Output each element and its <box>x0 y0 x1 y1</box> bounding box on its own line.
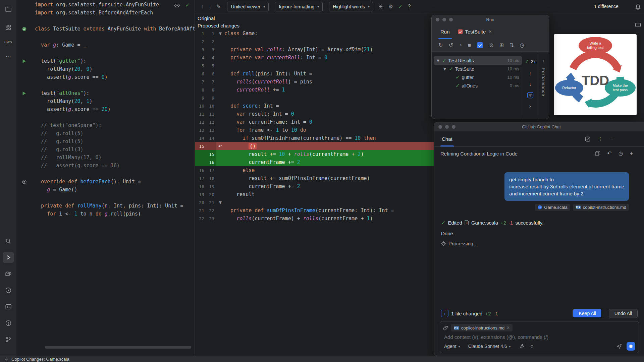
editor-line: // g.roll(3) <box>16 145 195 154</box>
run-class-icon[interactable] <box>22 27 26 31</box>
rerun-icon[interactable]: ↻ <box>438 43 443 48</box>
ai-assistant-icon[interactable] <box>635 22 641 28</box>
horizontal-scrollbar[interactable] <box>45 346 191 349</box>
arrow-up-icon[interactable]: ↑ <box>529 71 532 76</box>
services-icon[interactable] <box>3 285 14 296</box>
editor-line: test("gutter"): <box>16 57 195 65</box>
stop-icon[interactable]: ■ <box>468 43 471 48</box>
aws-label[interactable]: aws <box>4 40 12 44</box>
window-controls[interactable] <box>438 125 455 129</box>
run-test-icon[interactable] <box>22 91 26 96</box>
help-icon[interactable]: ? <box>408 4 411 9</box>
svg-text:TDD: TDD <box>582 73 609 88</box>
new-chat-icon[interactable]: + <box>630 151 633 156</box>
next-difference-icon[interactable]: ↓ <box>209 4 211 9</box>
revert-change-icon[interactable]: ↶ <box>218 144 223 149</box>
chat-input-box[interactable]: copilot-instructions.md × Agent ▾ Claude… <box>440 321 639 353</box>
structure-icon[interactable] <box>3 21 14 33</box>
rerun-failed-icon[interactable]: ↺ <box>448 43 453 48</box>
test-tree-row[interactable]: ✓allOnes0 ms <box>434 81 522 90</box>
model-selector[interactable]: Claude Sonnet 4.6 ▾ <box>468 344 511 349</box>
apply-changes-icon[interactable]: ✓ <box>398 4 402 9</box>
folder-icon[interactable] <box>3 3 14 15</box>
keep-all-button[interactable]: Keep All <box>573 309 602 318</box>
sort-tests-icon[interactable]: ⇅ <box>509 43 514 48</box>
select-edits-icon[interactable] <box>585 136 590 142</box>
performance-tab-strip[interactable]: ‹ Performance <box>538 52 549 119</box>
chev-right-icon[interactable]: › <box>529 104 531 109</box>
test-editor-pane[interactable]: import org.scalatest.funsuite.AnyFunSuit… <box>16 0 195 356</box>
proposed-label: Proposed changes <box>198 22 644 29</box>
test-tree-row[interactable]: ✓gutter10 ms <box>434 73 522 81</box>
test-tree-row[interactable]: ▾✓Test Results10 ms <box>434 56 522 65</box>
chip-game-scala[interactable]: Game.scala <box>535 204 570 211</box>
chat-header-icons: ⋮− <box>585 136 613 142</box>
run-test-icon[interactable] <box>22 59 26 63</box>
viewer-mode-dropdown[interactable]: Unified viewer ▾ <box>227 2 269 11</box>
chevron-down-icon: ▾ <box>368 5 370 8</box>
editor-gutter[interactable] <box>20 91 29 96</box>
edit-icon[interactable]: ✎ <box>216 4 221 9</box>
kebab-icon[interactable]: ⋮ <box>598 136 603 142</box>
chip-copilot-instructions[interactable]: copilot-instructions.md <box>573 204 629 211</box>
tab-chat[interactable]: Chat <box>440 131 454 146</box>
show-ignored-icon[interactable]: ⊘ <box>489 43 493 48</box>
editor-gutter[interactable] <box>20 59 29 63</box>
problems-icon[interactable] <box>3 317 14 329</box>
minimize-icon[interactable]: − <box>610 136 613 142</box>
git-branch-icon[interactable] <box>3 334 14 345</box>
prev-difference-icon[interactable]: ↑ <box>201 4 204 9</box>
collapse-unchanged-icon[interactable] <box>378 4 383 9</box>
toggle-auto-test-icon[interactable]: ◔ <box>459 43 462 48</box>
undo-all-button[interactable]: Undo All <box>609 309 638 318</box>
show-passed-active-icon[interactable] <box>477 42 483 49</box>
loop-icon[interactable]: ○ <box>530 344 534 349</box>
agent-mode-selector[interactable]: Agent ▾ <box>444 344 460 349</box>
chat-window-titlebar[interactable]: GitHub Copilot Chat <box>434 122 644 131</box>
history-icon[interactable]: ◷ <box>520 43 524 48</box>
status-bar: Copilot Changes: Game.scala <box>0 356 644 362</box>
run-active-icon[interactable] <box>3 252 14 263</box>
stop-generating-icon[interactable] <box>627 342 635 351</box>
compare-icon[interactable] <box>595 151 600 156</box>
editor-gutter[interactable] <box>20 180 29 184</box>
expand-changes-button[interactable]: › <box>441 310 448 317</box>
chev-down-icon[interactable]: ▾ <box>437 58 439 63</box>
send-icon[interactable] <box>616 344 622 349</box>
chat-input-footer: Agent ▾ Claude Sonnet 4.6 ▾ ○ <box>444 342 635 351</box>
close-tab-icon[interactable]: × <box>489 29 491 34</box>
undo-icon[interactable]: ↶ <box>607 151 611 156</box>
tab-testsuite[interactable]: TestSuite × <box>454 24 496 39</box>
filter-box-icon[interactable] <box>527 92 534 99</box>
override-marker-icon[interactable] <box>22 180 26 184</box>
chevron-left-icon[interactable]: ‹ <box>543 58 544 64</box>
bell-icon[interactable] <box>635 4 641 10</box>
highlight-dropdown[interactable]: Highlight words ▾ <box>329 2 373 11</box>
more-icon[interactable]: ⋯ <box>3 51 14 62</box>
tab-run[interactable]: Run <box>436 24 454 39</box>
editor-gutter[interactable] <box>20 27 29 31</box>
formatting-dropdown[interactable]: Ignore formatting ▾ <box>275 2 323 11</box>
chev-down-icon[interactable]: ▾ <box>443 66 446 72</box>
history-icon[interactable]: ◷ <box>619 151 623 156</box>
search-icon[interactable] <box>3 235 14 247</box>
remove-context-icon[interactable]: × <box>506 325 509 330</box>
chev-down-icon[interactable]: ▾ <box>219 200 222 205</box>
test-config-icon <box>458 29 463 34</box>
settings-icon[interactable]: ⚙ <box>388 4 393 9</box>
arrow-down-icon[interactable]: ↓ <box>529 81 532 87</box>
run-window-titlebar[interactable]: Run <box>432 15 549 24</box>
expand-all-icon[interactable]: ⊞ <box>499 43 504 48</box>
terminal-icon[interactable] <box>3 301 14 312</box>
editor-line: g = Game() <box>16 186 195 194</box>
chat-prompt-input[interactable] <box>444 334 635 340</box>
project-stack-icon[interactable] <box>3 268 14 280</box>
activity-bar: aws⋯ <box>0 0 16 356</box>
tools-icon[interactable] <box>520 344 525 349</box>
performance-tab-label[interactable]: Performance <box>541 68 546 96</box>
context-chip[interactable]: copilot-instructions.md × <box>451 324 513 331</box>
chev-down-icon[interactable]: ▾ <box>219 31 222 36</box>
paperclip-icon[interactable] <box>443 325 448 330</box>
window-controls[interactable] <box>436 18 453 21</box>
test-tree-row[interactable]: ▾✓TestSuite10 ms <box>434 65 522 73</box>
